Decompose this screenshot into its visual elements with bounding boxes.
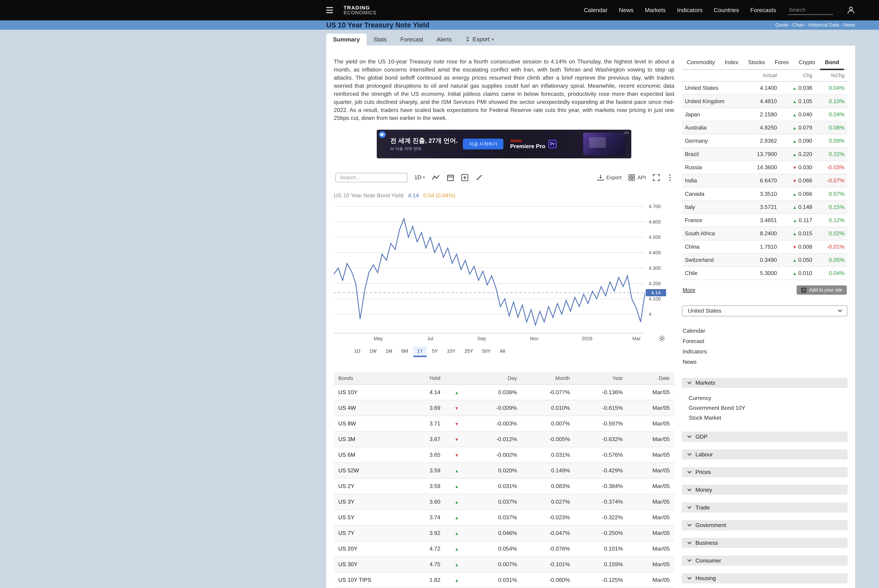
sidebar-link-forecast[interactable]: Forecast [682,336,848,346]
section-labour[interactable]: Labour [682,449,848,459]
nav-item-news[interactable]: News [619,7,634,14]
bond-name[interactable]: US 8W [334,416,409,431]
range-25y[interactable]: 25Y [461,346,477,357]
nav-item-forecasts[interactable]: Forecasts [750,7,776,14]
country-select[interactable]: United States [682,305,848,316]
breadcrumb[interactable]: Quote - Chart - Historical Data - News [775,22,855,28]
ad-banner[interactable]: 전 세계 진출, 27개 언어. AI 자동 자막 번역 지금 시작하기 Ado… [377,130,631,158]
chart-search-input[interactable] [335,173,407,183]
country-link[interactable]: Brazil [682,148,744,161]
nav-search-input[interactable] [788,5,833,15]
bond-name[interactable]: US 4W [334,400,409,416]
sidebar-tab-forex[interactable]: Forex [770,56,794,70]
bond-name[interactable]: US 10Y TIPS [334,572,409,588]
nav-item-calendar[interactable]: Calendar [584,7,607,14]
tab-summary[interactable]: Summary [326,34,367,45]
price-chart[interactable]: 4.7004.6004.5004.4004.3004.2004.10044.14 [334,202,675,333]
up-arrow-icon: ▲ [455,531,459,536]
range-1w[interactable]: 1W [365,346,380,357]
sidebar-tab-stocks[interactable]: Stocks [743,56,770,70]
interval-select[interactable]: 1D▾ [414,174,425,181]
country-link[interactable]: Australia [682,121,744,134]
bond-name[interactable]: US 20Y [334,541,409,556]
bond-name[interactable]: US 30Y [334,556,409,572]
section-link-currency[interactable]: Currency [689,393,847,403]
section-prices[interactable]: Prices [682,467,848,477]
country-link[interactable]: Japan [682,108,744,121]
country-link[interactable]: Chile [682,267,744,280]
section-markets[interactable]: Markets [682,378,848,388]
tab-stats[interactable]: Stats [367,34,394,45]
tab-export[interactable]: ↧Export▾ [458,33,501,45]
country-actual: 14.3600 [744,161,780,174]
bond-name[interactable]: US 3Y [334,494,409,510]
country-link[interactable]: South Africa [682,227,744,240]
bond-name[interactable]: US 6M [334,447,409,463]
range-10y[interactable]: 10Y [443,346,459,357]
section-link-government-bond-10y[interactable]: Government Bond 10Y [689,403,847,413]
section-housing[interactable]: Housing [682,573,848,584]
section-money[interactable]: Money [682,484,848,495]
section-gdp[interactable]: GDP [682,432,848,442]
range-1m[interactable]: 1M [382,346,396,357]
sidebar-link-calendar[interactable]: Calendar [682,326,848,336]
country-link[interactable]: Italy [682,201,744,214]
country-link[interactable]: Germany [682,134,744,147]
api-button[interactable]: API [628,174,646,181]
country-link[interactable]: China [682,240,744,254]
ad-cta-button[interactable]: 지금 시작하기 [463,139,503,149]
country-link[interactable]: France [682,214,744,227]
tab-forecast[interactable]: Forecast [394,34,430,45]
country-link[interactable]: United Kingdom [682,94,744,108]
current-value-badge: 4.14 [646,289,666,296]
user-icon[interactable] [847,6,855,14]
bond-name[interactable]: US 3M [334,431,409,447]
range-6m[interactable]: 6M [398,346,412,357]
sidebar-tab-index[interactable]: Index [720,56,743,70]
bond-name[interactable]: US 2Y [334,478,409,494]
bond-name[interactable]: US 52W [334,463,409,478]
range-1y[interactable]: 1Y [413,346,427,357]
nav-item-markets[interactable]: Markets [645,7,666,14]
ad-video-thumbnail[interactable] [583,133,625,155]
speaker-icon[interactable] [379,131,386,138]
range-5y[interactable]: 5Y [428,346,442,357]
sidebar-tab-commodity[interactable]: Commodity [682,56,720,70]
section-government[interactable]: Government [682,520,848,530]
sidebar-link-indicators[interactable]: Indicators [682,346,848,357]
bond-name[interactable]: US 5Y [334,510,409,525]
country-link[interactable]: United States [682,81,744,94]
fullscreen-icon[interactable] [652,174,660,182]
chart-settings-gear-icon[interactable] [658,335,666,342]
nav-item-indicators[interactable]: Indicators [677,7,703,14]
section-link-stock-market[interactable]: Stock Market [689,413,847,423]
tab-alerts[interactable]: Alerts [430,34,458,45]
chart-plot-area[interactable] [334,202,645,333]
range-all[interactable]: All [496,346,509,357]
country-link[interactable]: Canada [682,187,744,200]
compare-add-icon[interactable] [461,174,469,182]
bond-name[interactable]: US 7Y [334,525,409,541]
country-link[interactable]: India [682,174,744,187]
export-button[interactable]: Export [597,174,622,181]
sidebar-tab-crypto[interactable]: Crypto [794,56,820,70]
chart-type-icon[interactable] [431,174,440,182]
brand-logo[interactable]: TRADING ECONOMICS [344,5,376,15]
bond-name[interactable]: US 10Y [334,384,409,400]
more-options-icon[interactable] [667,174,673,181]
add-to-site-button[interactable]: + Add to your site [796,285,847,294]
menu-icon[interactable] [326,7,333,13]
country-link[interactable]: Russia [682,161,744,174]
country-link[interactable]: Switzerland [682,254,744,267]
section-consumer[interactable]: Consumer [682,555,848,566]
sidebar-tab-bond[interactable]: Bond [820,56,844,70]
section-business[interactable]: Business [682,538,848,548]
range-50y[interactable]: 50Y [478,346,494,357]
more-link[interactable]: More [683,287,695,293]
calendar-icon[interactable] [447,174,454,182]
sidebar-link-news[interactable]: News [682,357,848,367]
draw-tool-icon[interactable] [475,174,483,182]
range-1d[interactable]: 1D [350,346,364,357]
nav-item-countries[interactable]: Countries [714,7,739,14]
section-trade[interactable]: Trade [682,502,848,513]
